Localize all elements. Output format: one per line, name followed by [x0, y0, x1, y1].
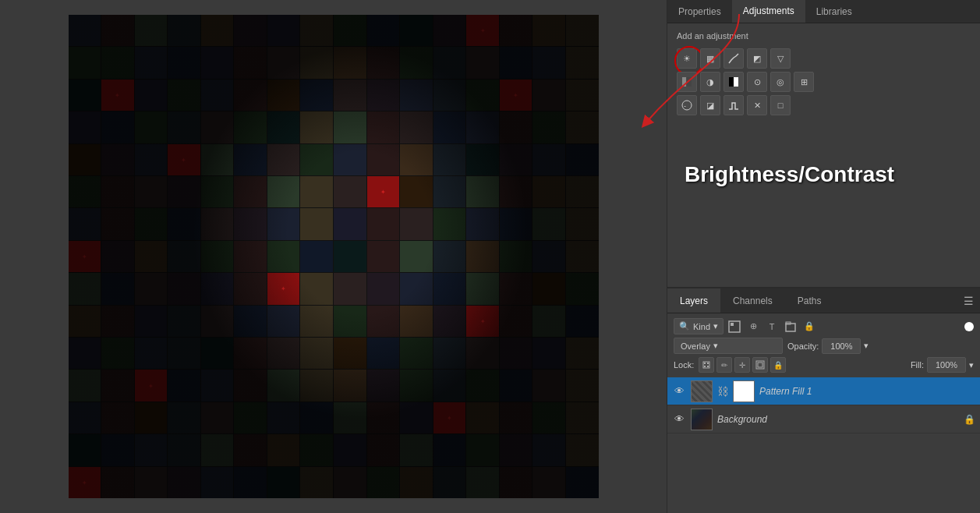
- layer-chain-icon: ⛓: [717, 385, 728, 398]
- tab-libraries[interactable]: Libraries: [805, 0, 863, 23]
- right-panel: Properties Adjustments Libraries Add an …: [667, 0, 980, 513]
- white-circle-indicator: [964, 322, 974, 331]
- svg-text:-: -: [684, 102, 686, 110]
- opacity-label: Opacity:: [787, 341, 819, 351]
- threshold-icon[interactable]: [724, 95, 744, 115]
- layer-image-icon[interactable]: [727, 319, 742, 334]
- posterize-icon[interactable]: ◪: [700, 95, 720, 115]
- layers-panel: Layers Channels Paths ☰ 🔍 Kind ▾ ⊕ T: [667, 288, 980, 513]
- lock-row: Lock: ✏ ✛ 🔒 Fill: 100% ▾: [674, 357, 974, 373]
- blend-mode-dropdown[interactable]: Overlay ▾: [674, 338, 783, 354]
- blend-row: Overlay ▾ Opacity: 100% ▾: [674, 338, 974, 354]
- tab-properties[interactable]: Properties: [667, 0, 732, 23]
- layer-visibility-pattern-fill[interactable]: 👁: [672, 384, 686, 398]
- lock-move-btn[interactable]: ✛: [734, 357, 750, 373]
- adj-title: Add an adjustment: [677, 31, 971, 41]
- adj-content: Add an adjustment ☀ ▦ ◩ ▽: [667, 23, 980, 195]
- layer-name-background: Background: [717, 414, 959, 425]
- gradient-map-icon[interactable]: ✕: [747, 95, 767, 115]
- fill-input[interactable]: 100%: [927, 357, 966, 373]
- lock-all-btn[interactable]: 🔒: [770, 357, 786, 373]
- fill-group: Fill: 100% ▾: [911, 357, 974, 373]
- main-canvas: [69, 15, 599, 498]
- lock-label: Lock:: [674, 360, 694, 370]
- opacity-input[interactable]: 100%: [822, 338, 861, 354]
- lock-pixels-btn[interactable]: [699, 357, 714, 373]
- layer-visibility-background[interactable]: 👁: [672, 412, 686, 426]
- tab-channels[interactable]: Channels: [720, 288, 785, 313]
- brightness-contrast-icon[interactable]: ☀: [677, 48, 697, 69]
- color-balance-icon[interactable]: ◑: [700, 72, 720, 92]
- svg-rect-3: [729, 77, 734, 87]
- layers-panel-menu[interactable]: ☰: [964, 295, 974, 307]
- fill-label: Fill:: [911, 360, 924, 370]
- kind-dropdown-arrow: ▾: [713, 321, 718, 331]
- svg-rect-13: [704, 366, 706, 367]
- photo-filter-icon[interactable]: ⊙: [747, 72, 767, 92]
- adj-icons-row-2: ◑ ⊙ ◎ ⊞: [677, 72, 971, 92]
- color-lookup-icon[interactable]: ⊞: [794, 72, 814, 92]
- search-icon: 🔍: [679, 321, 690, 331]
- layers-controls: 🔍 Kind ▾ ⊕ T 🔒 Ov: [667, 313, 980, 377]
- layer-lock-icon-background: 🔒: [964, 414, 975, 425]
- layer-adjust-icon[interactable]: ⊕: [745, 319, 761, 334]
- selective-color-icon[interactable]: □: [770, 95, 791, 115]
- exposure-icon[interactable]: ◩: [747, 48, 767, 69]
- levels-icon[interactable]: ▦: [700, 48, 720, 69]
- top-tabs: Properties Adjustments Libraries: [667, 0, 980, 23]
- channel-mixer-icon[interactable]: ◎: [770, 72, 791, 92]
- tab-paths[interactable]: Paths: [785, 288, 834, 313]
- invert-icon[interactable]: -: [677, 95, 697, 115]
- layer-type-icon[interactable]: T: [764, 319, 780, 334]
- adj-icons-row-1: ☀ ▦ ◩ ▽: [677, 48, 971, 69]
- hsl-icon[interactable]: [677, 72, 697, 92]
- svg-rect-0: [682, 77, 686, 87]
- vibrance-icon[interactable]: ▽: [770, 48, 791, 69]
- adj-icons-row-3: - ◪ ✕ □: [677, 95, 971, 115]
- opacity-arrow[interactable]: ▾: [864, 341, 869, 351]
- blend-dropdown-arrow: ▾: [713, 341, 718, 351]
- opacity-group: Opacity: 100% ▾: [787, 338, 869, 354]
- lock-icon-group: ✏ ✛ 🔒: [699, 357, 786, 373]
- lock-artboards-btn[interactable]: [752, 357, 768, 373]
- svg-rect-1: [687, 77, 692, 87]
- svg-rect-7: [731, 323, 734, 326]
- brightness-contrast-label: Brightness/Contrast: [685, 162, 971, 187]
- layer-thumb-background: [691, 409, 713, 430]
- bottom-tabs: Layers Channels Paths ☰: [667, 288, 980, 313]
- adj-icons-section: ☀ ▦ ◩ ▽: [677, 48, 971, 187]
- svg-rect-16: [758, 363, 762, 367]
- lock-paint-btn[interactable]: ✏: [716, 357, 732, 373]
- fill-arrow[interactable]: ▾: [969, 360, 974, 370]
- layer-thumb-pattern-fill: [691, 380, 713, 402]
- layer-shape-icon[interactable]: [783, 319, 798, 334]
- svg-rect-11: [704, 363, 706, 364]
- layer-item-pattern-fill[interactable]: 👁 ⛓ Pattern Fill 1: [667, 377, 980, 405]
- kind-row: 🔍 Kind ▾ ⊕ T 🔒: [674, 318, 974, 334]
- curves-icon[interactable]: [724, 48, 744, 69]
- tab-layers[interactable]: Layers: [667, 288, 720, 313]
- svg-rect-14: [707, 366, 709, 367]
- mosaic-grid: [69, 15, 599, 498]
- layer-list: 👁 ⛓ Pattern Fill 1 👁 Background 🔒: [667, 377, 980, 513]
- blend-mode-label: Overlay: [681, 341, 710, 351]
- layer-item-background[interactable]: 👁 Background 🔒: [667, 405, 980, 433]
- adjustments-panel: Properties Adjustments Libraries Add an …: [667, 0, 980, 288]
- black-white-icon[interactable]: [724, 72, 744, 92]
- svg-rect-12: [707, 363, 709, 364]
- layer-mask-thumb: [733, 380, 755, 402]
- canvas-area: [0, 0, 667, 513]
- tab-adjustments[interactable]: Adjustments: [732, 0, 805, 23]
- kind-dropdown[interactable]: 🔍 Kind ▾: [674, 318, 724, 334]
- layer-smart-icon[interactable]: 🔒: [801, 319, 817, 334]
- layer-name-pattern-fill: Pattern Fill 1: [759, 386, 971, 397]
